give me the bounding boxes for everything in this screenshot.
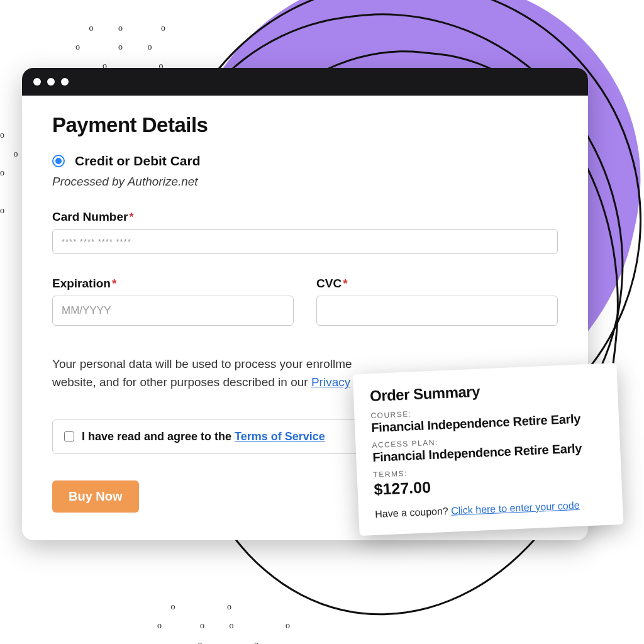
terms-label: I have read and agree to the Terms of Se… [82, 430, 325, 443]
order-summary-title: Order Summary [370, 377, 602, 405]
stage: o o o o o o o o o o o o o o o o o o o o … [0, 0, 644, 644]
payment-method-row[interactable]: Credit or Debit Card [52, 153, 558, 169]
card-number-field: Card Number* [52, 210, 558, 254]
payment-method-label: Credit or Debit Card [75, 153, 201, 169]
expiration-input[interactable] [52, 296, 294, 326]
coupon-link[interactable]: Click here to enter your code [451, 500, 580, 516]
card-number-label: Card Number* [52, 210, 558, 224]
window-titlebar [22, 68, 588, 96]
card-number-input[interactable] [52, 229, 558, 254]
cvc-input[interactable] [316, 296, 558, 326]
privacy-link[interactable]: Privacy [311, 375, 350, 389]
expiration-label: Expiration* [52, 277, 294, 291]
page-title: Payment Details [52, 113, 558, 137]
exp-cvc-row: Expiration* CVC* [52, 277, 558, 326]
buy-now-button[interactable]: Buy Now [52, 480, 139, 513]
radio-selected-icon[interactable] [52, 155, 65, 167]
cvc-field: CVC* [316, 277, 558, 326]
cvc-label: CVC* [316, 277, 558, 291]
order-summary-card: Order Summary COURSE: Financial Independ… [353, 363, 624, 536]
expiration-field: Expiration* [52, 277, 294, 326]
terms-link[interactable]: Terms of Service [235, 430, 325, 443]
coupon-row: Have a coupon? Click here to enter your … [375, 499, 606, 520]
decorative-dots: o o o o o o o o [157, 597, 301, 644]
window-control-dot [33, 78, 41, 86]
terms-checkbox[interactable] [64, 431, 74, 441]
window-control-dot [47, 78, 55, 86]
window-control-dot [61, 78, 69, 86]
processed-by-text: Processed by Authorize.net [52, 175, 558, 189]
